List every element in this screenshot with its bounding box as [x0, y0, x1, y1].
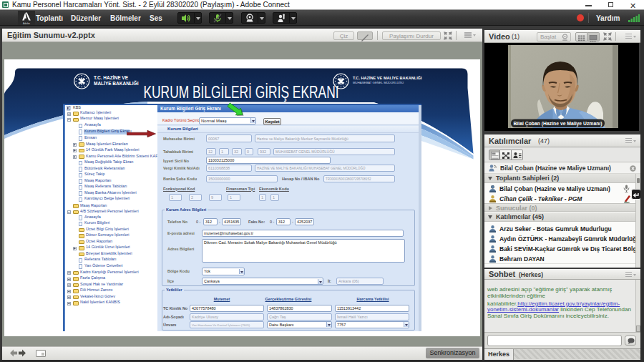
svg-text:Bilal Çoban (Hazine ve Maliye: Bilal Çoban (Hazine ve Maliye Uzmanı) — [514, 120, 602, 127]
svg-text:T.C. HAZİNE VE: T.C. HAZİNE VE — [94, 75, 129, 80]
svg-text:MALİYE BAKANLIĞI: MALİYE BAKANLIĞI — [94, 79, 139, 85]
svg-text:Adobe: Adobe — [23, 22, 30, 25]
svg-text:MUHASEBAT GENEL MÜDÜRLÜĞÜ: MUHASEBAT GENEL MÜDÜRLÜĞÜ — [353, 81, 404, 84]
svg-text:T.C. HAZİNE VE MALİYE BAKANLIĞ: T.C. HAZİNE VE MALİYE BAKANLIĞI — [353, 74, 422, 79]
svg-text:KURUM BİLGİLERİ GİRİŞ EKRANI: KURUM BİLGİLERİ GİRİŞ EKRANI — [143, 82, 338, 101]
